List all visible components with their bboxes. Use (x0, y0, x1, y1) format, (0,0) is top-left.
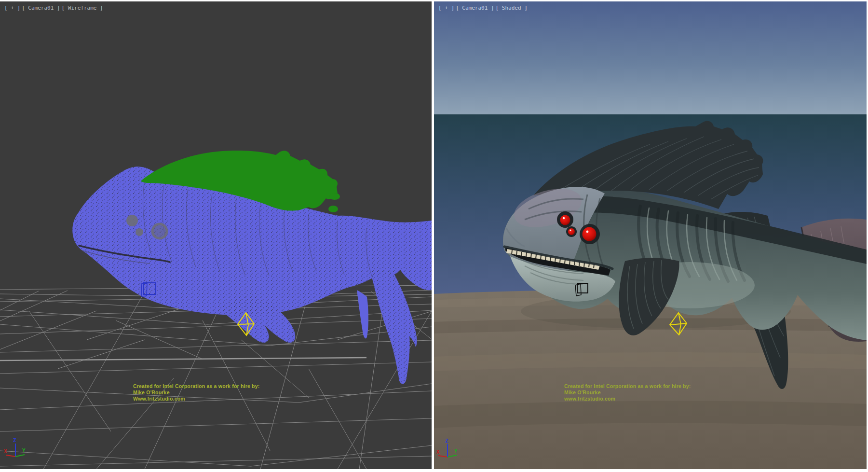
viewport-menu-pov[interactable]: [ Camera01 ] (456, 5, 494, 11)
viewport-wireframe[interactable]: X Z Y [ + ][ Camera01 ][ Wireframe ] Cre… (0, 1, 432, 469)
axis-z-label: Z (13, 437, 16, 444)
credit-line-3: www.fritzstudio.com (564, 396, 691, 402)
viewport-menu-shading[interactable]: [ Shaded ] (496, 5, 528, 11)
axis-x-label: X (436, 449, 440, 455)
viewport-shaded[interactable]: X Z Y [ + ][ Camera01 ][ Shaded ] Create… (434, 1, 867, 469)
fish-eye-ring (152, 224, 167, 238)
credit-line-1: Created for Intel Corporation as a work … (564, 383, 691, 389)
eye-small (568, 228, 575, 235)
axis-y-label: Y (454, 448, 458, 454)
axis-x-label: X (4, 448, 7, 455)
credit-line-3: Www.fritzstudio.com (133, 396, 259, 402)
eye-large-right (583, 227, 597, 241)
credit-line-2: Mike O'Rourke (564, 389, 691, 396)
viewport-menu-general[interactable]: [ + ] (4, 5, 20, 11)
viewport-divider[interactable] (432, 0, 434, 472)
dual-viewport-canvas: X Z Y [ + ][ Camera01 ][ Wireframe ] Cre… (0, 0, 868, 472)
viewport-menu-shading[interactable]: [ Wireframe ] (62, 5, 103, 11)
viewport-label: [ + ][ Camera01 ][ Wireframe ] (4, 5, 105, 11)
credit-text: Created for Intel Corporation as a work … (133, 383, 259, 402)
credit-line-1: Created for Intel Corporation as a work … (133, 383, 259, 389)
viewport-menu-pov[interactable]: [ Camera01 ] (22, 5, 60, 11)
credit-text: Created for Intel Corporation as a work … (564, 383, 691, 402)
viewport-menu-general[interactable]: [ + ] (438, 5, 454, 11)
viewport-label: [ + ][ Camera01 ][ Shaded ] (438, 5, 529, 11)
sky (434, 1, 867, 114)
axis-y-label: Y (22, 447, 26, 454)
eye-large-left (560, 215, 570, 225)
credit-line-2: Mike O'Rourke (133, 389, 259, 396)
world-axis-tripod: X Z Y (4, 437, 26, 457)
axis-z-label: Z (445, 438, 448, 444)
